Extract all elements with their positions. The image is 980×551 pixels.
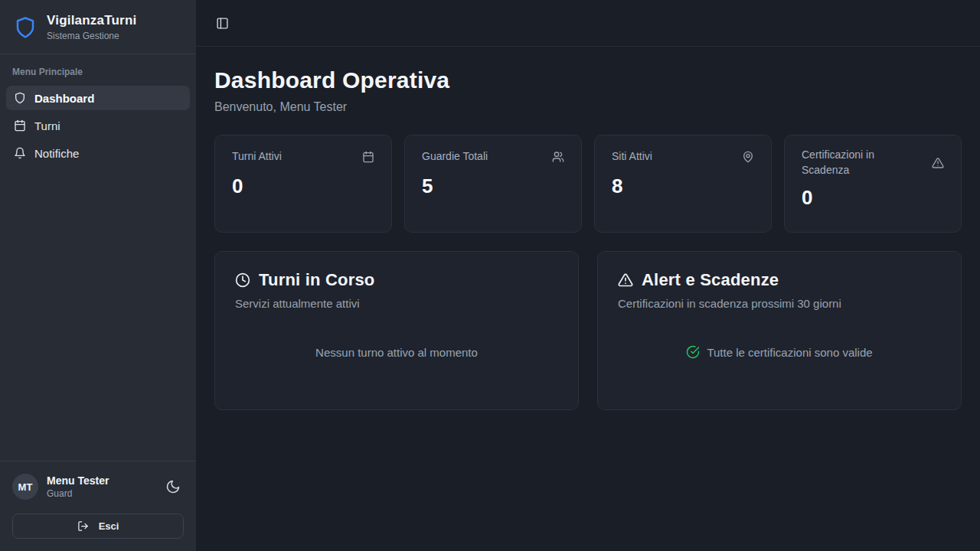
panel-turni-in-corso: Turni in Corso Servizi attualmente attiv… [214,251,579,410]
logout-label: Esci [99,520,119,532]
avatar: MT [12,474,38,500]
stat-value: 8 [612,174,754,198]
empty-state-text: Nessun turno attivo al momento [315,346,478,359]
main-area: Dashboard Operativa Benvenuto, Menu Test… [196,0,980,551]
bell-icon [14,147,26,159]
check-circle-icon [686,345,700,359]
users-icon [552,151,564,163]
panel-left-icon [216,17,229,30]
alert-triangle-icon [618,272,633,288]
topbar [196,0,980,47]
empty-state-text: Tutte le certificazioni sono valide [707,346,872,359]
user-name: Menu Tester [47,474,154,487]
sidebar-toggle-button[interactable] [213,14,232,33]
alert-triangle-icon [932,157,944,169]
panels-grid: Turni in Corso Servizi attualmente attiv… [214,251,962,410]
calendar-icon [362,151,374,163]
panel-subtitle: Certificazioni in scadenza prossimi 30 g… [618,297,941,310]
stat-value: 0 [802,186,944,210]
stat-card-turni-attivi: Turni Attivi 0 [214,135,392,233]
stat-card-siti-attivi: Siti Attivi 8 [594,135,772,233]
stat-label: Certificazioni in Scadenza [802,148,924,178]
app-tagline: Sistema Gestione [47,31,136,41]
log-out-icon [77,520,89,532]
page-title: Dashboard Operativa [214,67,962,93]
clock-icon [235,272,250,288]
shield-icon [14,92,26,104]
shield-logo-icon [14,16,37,39]
stats-grid: Turni Attivi 0 Guardie Totali 5 [214,135,962,233]
sidebar-item-notifiche[interactable]: Notifiche [6,141,190,165]
dashboard-content: Dashboard Operativa Benvenuto, Menu Test… [196,47,980,551]
sidebar: VigilanzaTurni Sistema Gestione Menu Pri… [0,0,196,551]
user-row: MT Menu Tester Guard [12,474,184,500]
main-nav: Menu Principale Dashboard Turni Notifich… [0,54,196,174]
panel-alert-scadenze: Alert e Scadenze Certificazioni in scade… [597,251,962,410]
sidebar-footer: MT Menu Tester Guard Esci [0,461,196,551]
stat-label: Guardie Totali [422,149,488,165]
stat-label: Siti Attivi [612,149,652,165]
map-pin-icon [742,151,754,163]
user-role: Guard [47,488,154,499]
stat-value: 0 [232,174,374,198]
panel-title: Alert e Scadenze [642,270,779,290]
app-logo-block: VigilanzaTurni Sistema Gestione [0,0,196,54]
panel-subtitle: Servizi attualmente attivi [235,297,558,310]
logout-button[interactable]: Esci [12,514,184,539]
stat-value: 5 [422,174,564,198]
sidebar-item-label: Notifiche [34,147,79,160]
theme-toggle-button[interactable] [162,476,184,497]
stat-label: Turni Attivi [232,149,282,165]
calendar-icon [14,119,26,132]
panel-title: Turni in Corso [259,270,375,290]
sidebar-item-label: Dashboard [34,92,94,105]
page-subtitle: Benvenuto, Menu Tester [214,100,962,114]
app-name: VigilanzaTurni [47,13,136,28]
sidebar-item-label: Turni [34,119,60,132]
moon-icon [165,479,181,494]
stat-card-guardie-totali: Guardie Totali 5 [404,135,582,233]
nav-section-label: Menu Principale [6,67,190,77]
sidebar-item-dashboard[interactable]: Dashboard [6,86,190,110]
sidebar-item-turni[interactable]: Turni [6,113,190,138]
stat-card-certificazioni: Certificazioni in Scadenza 0 [784,135,962,233]
